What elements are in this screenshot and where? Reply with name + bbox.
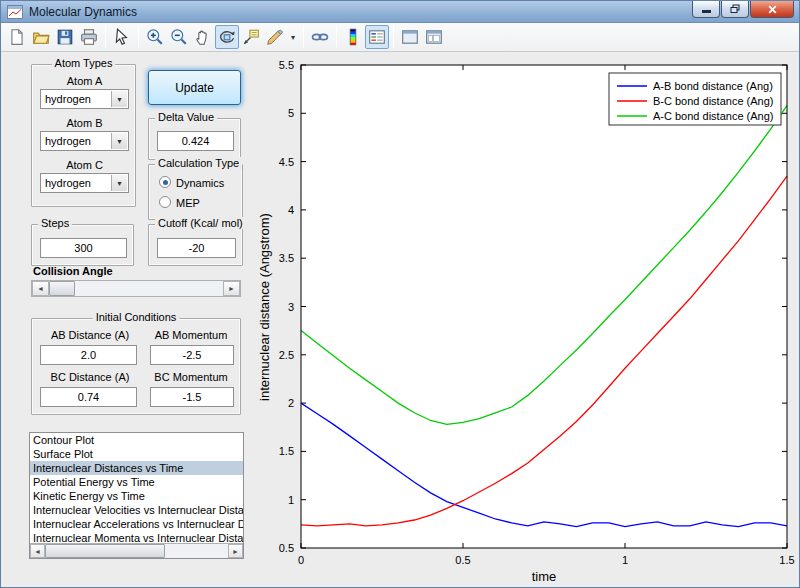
ab-momentum-input[interactable] — [150, 345, 234, 365]
mep-radio-label: MEP — [176, 197, 200, 209]
atom-a-select[interactable]: hydrogen ▼ — [40, 89, 129, 109]
dynamics-radio[interactable] — [159, 176, 171, 188]
pan-button[interactable] — [191, 25, 215, 49]
slider-left-arrow-icon[interactable]: ◄ — [32, 281, 49, 296]
slider-thumb[interactable] — [49, 281, 75, 296]
steps-input[interactable] — [40, 238, 127, 258]
list-item[interactable]: Surface Plot — [30, 447, 243, 461]
atom-a-label: Atom A — [32, 75, 137, 87]
show-plot-tools-icon — [425, 28, 443, 46]
atom-c-select[interactable]: hydrogen ▼ — [40, 173, 129, 193]
svg-text:2: 2 — [288, 397, 294, 409]
ab-distance-input[interactable] — [40, 345, 137, 365]
figure-toolbar: ▾ — [1, 23, 799, 52]
edit-plot-icon — [113, 28, 131, 46]
insert-legend-icon — [368, 28, 386, 46]
ab-distance-label: AB Distance (A) — [40, 329, 140, 341]
svg-text:3.5: 3.5 — [279, 252, 294, 264]
pan-icon — [194, 28, 212, 46]
list-item[interactable]: Internuclear Velocities vs Internuclear … — [30, 503, 243, 517]
svg-text:1: 1 — [622, 554, 628, 566]
scrollbar-left-arrow-icon[interactable]: ◄ — [30, 544, 45, 558]
close-button[interactable] — [750, 1, 794, 18]
data-cursor-button[interactable] — [239, 25, 263, 49]
list-item[interactable]: Internuclear Accelerations vs Internucle… — [30, 517, 243, 531]
toolbar-separator — [336, 26, 337, 48]
restore-icon — [730, 4, 740, 14]
list-item[interactable]: Potential Energy vs Time — [30, 475, 243, 489]
list-item[interactable]: Contour Plot — [30, 433, 243, 447]
mep-radio[interactable] — [159, 196, 171, 208]
bc-momentum-label: BC Momentum — [147, 371, 235, 383]
update-button[interactable]: Update — [148, 70, 241, 105]
minimize-icon — [702, 10, 711, 13]
insert-legend-button[interactable] — [365, 25, 389, 49]
svg-text:1.5: 1.5 — [279, 445, 294, 457]
atom-c-label: Atom C — [32, 159, 137, 171]
cutoff-panel: Cutoff (Kcal/ mol) — [148, 224, 243, 266]
x-axis-label: time — [301, 569, 787, 584]
hide-plot-tools-button[interactable] — [398, 25, 422, 49]
svg-text:1.5: 1.5 — [779, 554, 794, 566]
collision-angle-slider[interactable]: ◄ ► — [31, 280, 241, 297]
brush-button[interactable] — [263, 25, 287, 49]
svg-text:0.5: 0.5 — [279, 542, 294, 554]
scrollbar-right-arrow-icon[interactable]: ► — [228, 544, 243, 558]
insert-colorbar-button[interactable] — [341, 25, 365, 49]
print-figure-button[interactable] — [77, 25, 101, 49]
atom-b-value: hydrogen — [45, 135, 91, 147]
chevron-down-icon[interactable]: ▼ — [111, 133, 127, 149]
brush-icon — [266, 28, 284, 46]
zoom-out-button[interactable] — [167, 25, 191, 49]
list-item[interactable]: Internuclear Distances vs Time — [30, 461, 243, 475]
minimize-button[interactable] — [692, 1, 720, 18]
window-controls — [691, 1, 794, 18]
rotate-3d-button[interactable] — [215, 25, 239, 49]
chevron-down-icon[interactable]: ▼ — [111, 175, 127, 191]
svg-text:2.5: 2.5 — [279, 349, 294, 361]
window-title: Molecular Dynamics — [29, 5, 137, 19]
plot-type-listbox[interactable]: Contour Plot Surface Plot Internuclear D… — [29, 432, 244, 559]
svg-text:3: 3 — [288, 301, 294, 313]
brush-dropdown-button[interactable]: ▾ — [287, 25, 299, 49]
calculation-type-panel: Calculation Type Dynamics MEP — [148, 164, 243, 220]
plot-area[interactable]: 00.511.50.511.522.533.544.555.5A-B bond … — [251, 57, 800, 588]
link-plot-button[interactable] — [308, 25, 332, 49]
svg-text:A-B bond distance (Ang): A-B bond distance (Ang) — [653, 80, 773, 92]
restore-button[interactable] — [721, 1, 749, 18]
save-figure-button[interactable] — [53, 25, 77, 49]
atom-c-value: hydrogen — [45, 177, 91, 189]
zoom-out-icon — [170, 28, 188, 46]
bc-momentum-input[interactable] — [150, 387, 234, 407]
delta-value-input[interactable] — [157, 131, 234, 151]
show-plot-tools-button[interactable] — [422, 25, 446, 49]
scrollbar-thumb[interactable] — [45, 544, 165, 558]
new-figure-icon — [8, 28, 26, 46]
ab-momentum-label: AB Momentum — [147, 329, 235, 341]
axes-canvas[interactable]: 00.511.50.511.522.533.544.555.5A-B bond … — [251, 57, 800, 588]
toolbar-separator — [393, 26, 394, 48]
bc-distance-input[interactable] — [40, 387, 137, 407]
app-icon — [7, 5, 23, 19]
initial-conditions-title: Initial Conditions — [93, 311, 180, 323]
svg-text:5: 5 — [288, 107, 294, 119]
zoom-in-button[interactable] — [143, 25, 167, 49]
svg-text:1: 1 — [288, 494, 294, 506]
rotate-3d-icon — [218, 28, 236, 46]
open-file-button[interactable] — [29, 25, 53, 49]
delta-value-panel: Delta Value — [148, 118, 241, 160]
new-figure-button[interactable] — [5, 25, 29, 49]
edit-plot-button[interactable] — [110, 25, 134, 49]
slider-right-arrow-icon[interactable]: ► — [223, 281, 240, 296]
list-item[interactable]: Kinetic Energy vs Time — [30, 489, 243, 503]
cutoff-input[interactable] — [157, 238, 236, 258]
atom-b-select[interactable]: hydrogen ▼ — [40, 131, 129, 151]
open-file-icon — [32, 28, 50, 46]
listbox-hscrollbar[interactable]: ◄ ► — [30, 543, 243, 558]
svg-text:0: 0 — [298, 554, 304, 566]
titlebar[interactable]: Molecular Dynamics — [1, 1, 799, 23]
chevron-down-icon[interactable]: ▼ — [111, 91, 127, 107]
cutoff-title: Cutoff (Kcal/ mol) — [155, 217, 246, 229]
data-cursor-icon — [242, 28, 260, 46]
steps-panel: Steps — [31, 224, 134, 266]
